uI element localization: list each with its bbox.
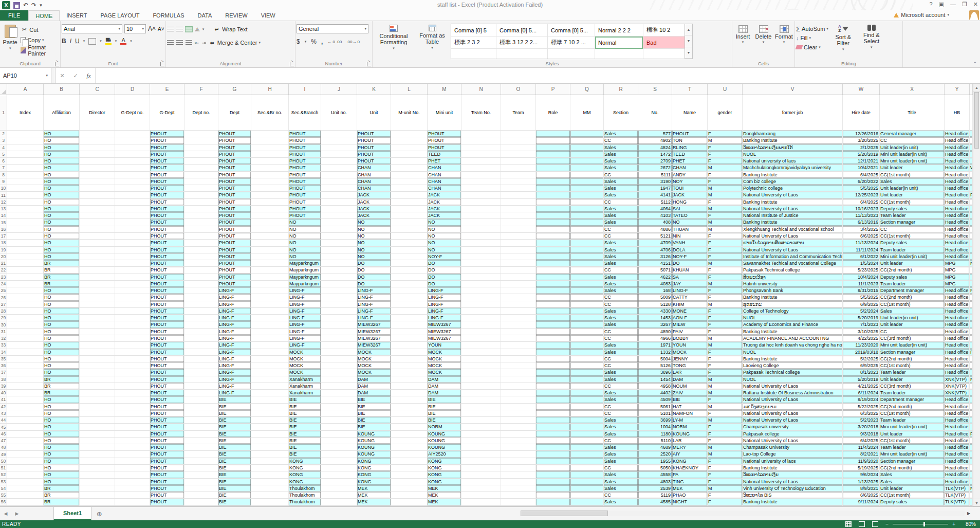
cell[interactable]: 11/9/2020 xyxy=(843,458,880,464)
cell[interactable] xyxy=(536,431,570,437)
cell[interactable]: Deputy sales xyxy=(880,274,945,280)
cell[interactable]: PHOUT xyxy=(218,212,251,219)
cell[interactable]: PHOUT xyxy=(672,131,708,137)
cell[interactable] xyxy=(251,247,289,253)
cell[interactable]: CHAN xyxy=(357,172,391,178)
cell[interactable] xyxy=(321,274,357,280)
column-header-R[interactable]: R xyxy=(604,84,638,95)
cell[interactable] xyxy=(570,192,604,198)
cell[interactable] xyxy=(501,335,536,341)
cell[interactable] xyxy=(536,465,570,471)
cell[interactable] xyxy=(536,240,570,246)
cell[interactable]: BIE xyxy=(218,492,251,498)
cell[interactable]: 12/26/2016 xyxy=(843,131,880,137)
cell[interactable] xyxy=(501,342,536,348)
cell[interactable]: 3699 xyxy=(638,417,672,423)
cell[interactable]: PHOUT xyxy=(428,137,461,143)
cell[interactable]: PHOUT xyxy=(150,199,184,205)
cell[interactable] xyxy=(251,294,289,300)
cell[interactable]: HO xyxy=(44,151,80,157)
cell[interactable] xyxy=(251,335,289,341)
cell[interactable] xyxy=(80,274,115,280)
cell[interactable]: 8/2/2021 xyxy=(843,451,880,457)
cell[interactable] xyxy=(115,458,150,464)
cell[interactable] xyxy=(391,253,428,260)
column-header-I[interactable]: I xyxy=(289,84,321,95)
cell[interactable] xyxy=(570,444,604,450)
cell[interactable] xyxy=(501,424,536,430)
cell[interactable] xyxy=(501,267,536,273)
cell[interactable]: KOUNG xyxy=(357,444,391,450)
cell[interactable]: NO xyxy=(357,253,391,260)
cell[interactable]: PAIV xyxy=(672,329,708,335)
cell[interactable]: KONG xyxy=(672,458,708,464)
cell[interactable] xyxy=(461,342,501,348)
cell[interactable]: NOY-F xyxy=(428,253,461,260)
cell[interactable]: PHOUT xyxy=(428,131,461,137)
cell[interactable]: KOUNG xyxy=(357,451,391,457)
number-dialog-launcher[interactable] xyxy=(367,62,371,66)
cell[interactable]: Banking Institute xyxy=(743,356,843,362)
cell[interactable]: CC xyxy=(604,410,638,416)
cell[interactable]: PHOUT xyxy=(218,267,251,273)
cell[interactable] xyxy=(184,383,218,389)
cell[interactable] xyxy=(501,212,536,219)
cell[interactable]: F xyxy=(708,431,743,437)
cell[interactable] xyxy=(570,492,604,498)
cell[interactable] xyxy=(391,287,428,294)
cell[interactable] xyxy=(184,321,218,327)
row-header[interactable]: 42 xyxy=(0,404,7,410)
cell[interactable]: MOCK xyxy=(428,369,461,375)
cell[interactable] xyxy=(115,308,150,314)
cell[interactable]: BIE xyxy=(289,410,321,416)
cell[interactable]: F xyxy=(708,178,743,185)
cell[interactable] xyxy=(184,219,218,225)
cell[interactable]: HO xyxy=(44,240,80,246)
shrink-font-icon[interactable]: A˅ xyxy=(158,26,164,32)
cell[interactable]: Phongsavanh Bank xyxy=(743,287,843,294)
cell[interactable]: 2019/03/18 xyxy=(843,349,880,355)
cell[interactable]: CC(2nd month) xyxy=(880,404,945,410)
cell[interactable]: ວິທະຍາໄລການເງິນພາກໃຕ້ xyxy=(743,144,843,151)
cell[interactable]: 1947 xyxy=(638,185,672,191)
cell[interactable]: Head office xyxy=(945,329,970,335)
cell[interactable] xyxy=(391,438,428,444)
cell[interactable]: BR xyxy=(44,274,80,280)
cell[interactable]: 2/1/2025 xyxy=(843,144,880,151)
autosum-button[interactable]: ΣAutoSum▾ xyxy=(796,25,828,33)
cell[interactable] xyxy=(501,471,536,478)
cell[interactable]: LING-F xyxy=(218,362,251,369)
cell[interactable]: HO xyxy=(44,212,80,219)
cell[interactable]: PHOUT xyxy=(289,165,321,171)
cell[interactable]: Team leader xyxy=(880,390,945,396)
cell[interactable]: AON-F xyxy=(672,315,708,321)
clear-button[interactable]: Clear▾ xyxy=(796,43,828,51)
cell[interactable] xyxy=(80,492,115,498)
cell[interactable]: BR xyxy=(44,492,80,498)
cell[interactable]: Head office xyxy=(945,247,970,253)
column-header-C[interactable]: C xyxy=(80,84,115,95)
cell[interactable] xyxy=(570,396,604,403)
cell[interactable]: Head office xyxy=(945,206,970,212)
cell[interactable] xyxy=(501,431,536,437)
cell[interactable] xyxy=(570,281,604,287)
cell[interactable]: Sales xyxy=(604,390,638,396)
cell[interactable]: College of Technology xyxy=(743,308,843,314)
cell[interactable] xyxy=(501,349,536,355)
row-header[interactable]: 7 xyxy=(0,165,7,171)
cell[interactable] xyxy=(115,206,150,212)
row-header[interactable]: 11 xyxy=(0,192,7,198)
cell[interactable] xyxy=(501,226,536,232)
cell[interactable]: F xyxy=(708,199,743,205)
cell[interactable]: 5/20/2019 xyxy=(843,376,880,383)
row-header[interactable]: 56 xyxy=(0,499,7,505)
cell[interactable]: 4103 xyxy=(638,212,672,219)
cell[interactable] xyxy=(80,151,115,157)
cell[interactable]: LING-F xyxy=(218,349,251,355)
cell[interactable] xyxy=(461,308,501,314)
cell[interactable]: LING-F xyxy=(357,301,391,307)
cell[interactable] xyxy=(321,329,357,335)
cell[interactable]: Head office xyxy=(945,451,970,457)
cell[interactable]: Polytechnic college xyxy=(743,185,843,191)
cell[interactable]: CC xyxy=(604,301,638,307)
